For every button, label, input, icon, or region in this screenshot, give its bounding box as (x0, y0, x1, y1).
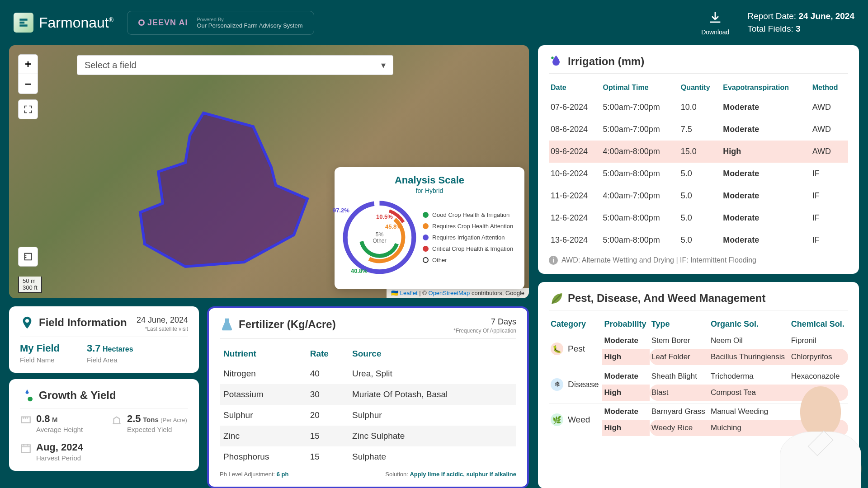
jeevn-badge: JEEVN AI Powered By Our Personalized Far… (127, 11, 314, 35)
chevron-down-icon: ▾ (381, 60, 386, 70)
analysis-scale-card: Analysis Scale for Hybrid 97.2% 10.5% 45… (335, 167, 524, 289)
assistant-avatar (778, 377, 863, 488)
table-row: Phosphorus15Sulphate (220, 446, 516, 467)
growth-yield-card: Growth & Yield 0.8 M Average Height (9, 379, 199, 471)
legend-item: Critical Crop Health & Irrigation (423, 245, 513, 252)
calendar-icon (20, 442, 32, 454)
table-row: 13-6-20245:00am-8:00pm5.0ModerateIF (549, 229, 848, 251)
legend-item: Requires Crop Health Attention (423, 223, 513, 230)
measure-tool-button[interactable] (18, 247, 38, 267)
zoom-in-button[interactable]: + (18, 54, 38, 74)
osm-link[interactable]: OpenStreetMap (429, 290, 470, 296)
ruler-icon (20, 414, 32, 426)
legend-item: Other (423, 257, 513, 263)
yield-icon (111, 414, 123, 426)
irrigation-card: Irrigation (mm) Date Optimal Time Quanti… (538, 45, 859, 274)
table-row: 11-6-20244:00am-7:00pm5.0ModerateIF (549, 185, 848, 207)
header: Farmonaut® JEEVN AI Powered By Our Perso… (0, 0, 868, 45)
analysis-donut-chart: 97.2% 10.5% 45.8% 40.8% 5%Other (340, 198, 419, 277)
svg-point-9 (551, 56, 553, 59)
svg-point-6 (28, 397, 33, 402)
leaf-icon (549, 291, 563, 305)
brand-icon (14, 13, 33, 33)
table-row: 12-6-20245:00am-8:00pm5.0ModerateIF (549, 207, 848, 229)
irrigation-table: Date Optimal Time Quantity Evapotranspir… (549, 79, 848, 251)
legend-item: Requires Irrigation Attention (423, 234, 513, 241)
field-information-card: Field Information 24 June, 2024*Last sat… (9, 306, 199, 373)
brand-name: Farmonaut (39, 14, 109, 31)
table-row: 08-6-20245:00am-7:00pm7.5ModerateAWD (549, 118, 848, 141)
table-row: Zinc15Zinc Sulphate (220, 426, 516, 446)
growth-icon (20, 388, 34, 403)
location-icon (20, 315, 34, 330)
svg-rect-8 (21, 445, 30, 452)
fertilizer-table: Nutrient Rate Source Nitrogen40Urea, Spl… (220, 344, 516, 467)
field-map[interactable]: + − Select a field ▾ 50 m300 ft 🇺🇦 Leafl… (9, 45, 529, 298)
table-row: 09-6-20244:00am-8:00pm15.0HighAWD (549, 141, 848, 163)
pest-management-card: Pest, Disease, And Weed Management Categ… (538, 282, 859, 488)
table-row: Sulphur20Sulphur (220, 405, 516, 426)
fertilizer-card: Fertilizer (Kg/Acre) 7 Days*Frequency Of… (207, 306, 529, 488)
table-row: 10-6-20245:00am-8:00pm5.0ModerateIF (549, 163, 848, 185)
svg-rect-0 (25, 253, 32, 260)
table-row: 🐛PestModerateStem BorerNeem OilFipronil (549, 333, 848, 349)
field-polygon (136, 108, 326, 271)
legend-item: Good Crop Health & Irrigation (423, 211, 513, 218)
irrigation-icon (549, 54, 563, 69)
analysis-title: Analysis Scale (340, 174, 519, 186)
table-row: Potassium30Muriate Of Potash, Basal (220, 384, 516, 405)
info-icon: i (549, 256, 558, 265)
brand-logo[interactable]: Farmonaut® (14, 13, 113, 33)
flask-icon (220, 317, 234, 332)
download-icon (708, 10, 723, 27)
irrigation-legend: AWD: Alternate Wetting and Drying | IF: … (561, 256, 756, 264)
svg-point-5 (25, 319, 29, 323)
analysis-legend: Good Crop Health & IrrigationRequires Cr… (423, 211, 513, 263)
zoom-out-button[interactable]: − (18, 74, 38, 94)
report-meta: Report Date: 24 June, 2024 Total Fields:… (747, 10, 854, 36)
field-name-value: My Field (20, 343, 60, 354)
field-area-value: 3.7 (87, 343, 101, 354)
table-row: 07-6-20245:00am-7:00pm10.0ModerateAWD (549, 96, 848, 118)
map-scale: 50 m300 ft (18, 277, 42, 293)
download-button[interactable]: Download (701, 10, 729, 36)
leaflet-link[interactable]: Leaflet (400, 290, 418, 296)
fullscreen-button[interactable] (18, 99, 38, 119)
analysis-subtitle: for Hybrid (340, 187, 519, 194)
table-row: Nitrogen40Urea, Split (220, 363, 516, 384)
map-attribution: 🇺🇦 Leaflet | © OpenStreetMap contributor… (387, 288, 529, 298)
field-select-dropdown[interactable]: Select a field ▾ (77, 55, 393, 75)
